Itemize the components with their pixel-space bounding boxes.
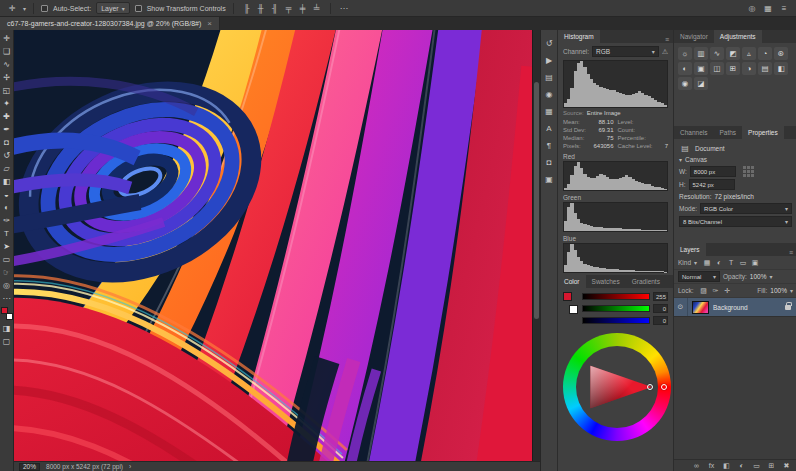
threshold-icon[interactable]: ◧ bbox=[774, 62, 788, 75]
chevron-down-icon[interactable]: ▾ bbox=[679, 156, 682, 163]
filter-shape-layers-icon[interactable]: ▭ bbox=[738, 258, 748, 268]
blue-slider[interactable]: 0 bbox=[582, 316, 668, 325]
color-balance-icon[interactable]: ⊛ bbox=[774, 47, 788, 60]
foreground-color-swatch[interactable] bbox=[563, 292, 572, 301]
options-menu-icon[interactable]: ≡ bbox=[778, 2, 790, 14]
kind-label[interactable]: Kind bbox=[678, 259, 691, 266]
mode-dropdown[interactable]: RGB Color ▾ bbox=[700, 203, 792, 214]
edit-toolbar-icon[interactable]: ⋯ bbox=[0, 292, 13, 305]
new-adjustment-layer-icon[interactable]: ◐ bbox=[736, 461, 747, 471]
active-tool-icon[interactable]: ✛ bbox=[6, 2, 18, 14]
lasso-tool-icon[interactable]: ∿ bbox=[0, 58, 13, 71]
new-group-icon[interactable]: ▭ bbox=[751, 461, 762, 471]
hue-saturation-icon[interactable]: ◔ bbox=[758, 47, 772, 60]
more-options-icon[interactable]: ⋯ bbox=[338, 2, 350, 14]
color-wheel[interactable] bbox=[563, 333, 671, 441]
tab-histogram[interactable]: Histogram bbox=[558, 30, 600, 43]
fill-value[interactable]: 100% bbox=[770, 287, 787, 294]
add-layer-mask-icon[interactable]: ◧ bbox=[721, 461, 732, 471]
move-tool-icon[interactable]: ✛ bbox=[0, 32, 13, 45]
blend-mode-dropdown[interactable]: Normal ▾ bbox=[678, 271, 720, 282]
resolution-value[interactable]: 72 pixels/inch bbox=[715, 193, 754, 200]
tab-channels[interactable]: Channels bbox=[674, 126, 713, 139]
filter-type-layers-icon[interactable]: T bbox=[726, 258, 736, 268]
levels-icon[interactable]: ▥ bbox=[694, 47, 708, 60]
channel-dropdown[interactable]: RGB ▾ bbox=[592, 46, 659, 57]
tab-layers[interactable]: Layers bbox=[674, 243, 706, 256]
character-panel-icon[interactable]: A bbox=[543, 122, 555, 134]
align-top-icon[interactable]: ╤ bbox=[283, 2, 295, 14]
blue-histogram[interactable] bbox=[563, 243, 668, 273]
quick-mask-icon[interactable]: ◨ bbox=[0, 322, 13, 335]
tab-adjustments[interactable]: Adjustments bbox=[714, 30, 762, 43]
anchor-grid[interactable] bbox=[743, 166, 754, 177]
exposure-icon[interactable]: ◩ bbox=[726, 47, 740, 60]
layer-thumbnail[interactable] bbox=[692, 301, 709, 314]
lock-position-icon[interactable]: ✛ bbox=[723, 286, 733, 296]
layer-row-background[interactable]: ⊙ Background bbox=[674, 298, 796, 317]
tab-navigator[interactable]: Navigator bbox=[674, 30, 714, 43]
path-selection-tool-icon[interactable]: ➤ bbox=[0, 240, 13, 253]
eraser-tool-icon[interactable]: ▱ bbox=[0, 162, 13, 175]
foreground-background-swatches[interactable] bbox=[1, 307, 13, 320]
timeline-panel-icon[interactable]: ▣ bbox=[543, 173, 555, 185]
actions-panel-icon[interactable]: ▶ bbox=[543, 54, 555, 66]
link-layers-icon[interactable]: ∞ bbox=[691, 461, 702, 471]
clone-source-panel-icon[interactable]: ◘ bbox=[543, 156, 555, 168]
crop-tool-icon[interactable]: ◱ bbox=[0, 84, 13, 97]
filter-adjustment-layers-icon[interactable]: ◐ bbox=[714, 258, 724, 268]
uncached-warning-icon[interactable]: ⚠ bbox=[662, 48, 668, 56]
quick-selection-tool-icon[interactable]: ✢ bbox=[0, 71, 13, 84]
canvas-section-label[interactable]: Canvas bbox=[685, 156, 707, 163]
show-transform-checkbox[interactable] bbox=[135, 5, 142, 12]
gradient-tool-icon[interactable]: ◧ bbox=[0, 175, 13, 188]
align-right-icon[interactable]: ╢ bbox=[269, 2, 281, 14]
paragraph-panel-icon[interactable]: ¶ bbox=[543, 139, 555, 151]
bit-depth-dropdown[interactable]: 8 Bits/Channel ▾ bbox=[679, 216, 792, 227]
libraries-panel-icon[interactable]: ▤ bbox=[543, 71, 555, 83]
foreground-color-swatch[interactable] bbox=[1, 307, 8, 314]
tab-properties[interactable]: Properties bbox=[742, 126, 784, 139]
status-chevron-icon[interactable]: › bbox=[129, 463, 131, 470]
color-panel-swatches[interactable] bbox=[563, 292, 578, 314]
zoom-tool-icon[interactable]: ◎ bbox=[0, 279, 13, 292]
search-icon[interactable]: ◎ bbox=[746, 2, 758, 14]
blur-tool-icon[interactable]: ◒ bbox=[0, 188, 13, 201]
selective-color-icon[interactable]: ◉ bbox=[678, 77, 692, 90]
align-middle-icon[interactable]: ╪ bbox=[297, 2, 309, 14]
layer-lock-icon[interactable] bbox=[785, 305, 791, 310]
height-field[interactable]: 5242 px bbox=[689, 179, 735, 190]
channel-mixer-icon[interactable]: ◫ bbox=[710, 62, 724, 75]
invert-icon[interactable]: ◑ bbox=[742, 62, 756, 75]
auto-select-checkbox[interactable] bbox=[41, 5, 48, 12]
marquee-tool-icon[interactable]: ❏ bbox=[0, 45, 13, 58]
align-bottom-icon[interactable]: ╧ bbox=[311, 2, 323, 14]
type-tool-icon[interactable]: T bbox=[0, 227, 13, 240]
align-center-horizontal-icon[interactable]: ╫ bbox=[255, 2, 267, 14]
close-tab-icon[interactable]: × bbox=[207, 19, 212, 28]
vertical-scrollbar[interactable] bbox=[532, 30, 540, 461]
color-lookup-icon[interactable]: ⊞ bbox=[726, 62, 740, 75]
zoom-level-field[interactable]: 20% bbox=[19, 463, 40, 471]
opacity-value[interactable]: 100% bbox=[750, 273, 767, 280]
screen-mode-icon[interactable]: ▢ bbox=[0, 335, 13, 348]
history-panel-icon[interactable]: ↺ bbox=[543, 37, 555, 49]
green-slider[interactable]: 0 bbox=[582, 304, 668, 313]
lock-image-icon[interactable]: ✑ bbox=[711, 286, 721, 296]
hue-marker[interactable] bbox=[661, 384, 667, 390]
delete-layer-icon[interactable]: ✖ bbox=[781, 461, 792, 471]
canvas-artwork[interactable] bbox=[14, 30, 532, 461]
photo-filter-icon[interactable]: ▣ bbox=[694, 62, 708, 75]
rgb-histogram[interactable] bbox=[563, 60, 668, 108]
width-field[interactable]: 8000 px bbox=[690, 166, 736, 177]
dodge-tool-icon[interactable]: ◐ bbox=[0, 201, 13, 214]
filter-pixel-layers-icon[interactable]: ▦ bbox=[702, 258, 712, 268]
posterize-icon[interactable]: ▤ bbox=[758, 62, 772, 75]
red-slider[interactable]: 255 bbox=[582, 292, 668, 301]
source-value[interactable]: Entire Image bbox=[587, 110, 621, 116]
black-white-icon[interactable]: ◐ bbox=[678, 62, 692, 75]
tab-swatches[interactable]: Swatches bbox=[586, 275, 626, 288]
visibility-eye-icon[interactable]: ⊙ bbox=[674, 298, 688, 316]
background-color-swatch[interactable] bbox=[6, 313, 13, 320]
auto-select-target-dropdown[interactable]: Layer ▾ bbox=[96, 2, 130, 14]
